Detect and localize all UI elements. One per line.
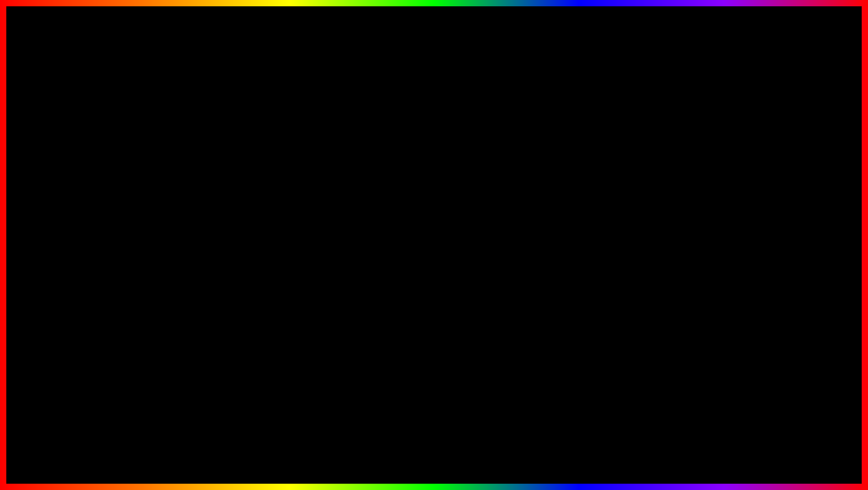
list-item[interactable]: Safe Place	[89, 245, 303, 260]
svg-point-0	[768, 369, 788, 388]
checkbox-auto-farm-right[interactable]	[558, 247, 565, 254]
checkbox-full-auto-farm[interactable]: ✓	[288, 203, 295, 210]
auto-farm-text: AUTO FARM	[147, 419, 440, 477]
list-item[interactable]: Include Boss Quest For Full Auto Farm ✓	[89, 184, 303, 199]
chevron-up-icon[interactable]: ∧	[561, 150, 565, 156]
hamburger-icon[interactable]: ☰	[94, 121, 100, 129]
item-label: Safe Place	[96, 249, 126, 256]
checkbox-auto-buso[interactable]	[288, 234, 295, 241]
window-right-controls: ⋮ 🔍	[545, 120, 567, 129]
search-icon-right[interactable]: 🔍	[559, 121, 567, 129]
window-left: ☰ Project New World ⋮ 🔍 ✕ Auto Farm Ques…	[88, 116, 304, 279]
chevron-up-icon[interactable]: ∧	[291, 158, 295, 164]
more-options-icon-right[interactable]: ⋮	[545, 120, 553, 129]
distance-row[interactable]: Distance 5	[358, 209, 573, 227]
divider	[89, 152, 303, 152]
svg-rect-5	[780, 414, 790, 423]
chevron-up-icon[interactable]: ∧	[561, 165, 565, 172]
list-item[interactable]: Mobs - ∧	[358, 146, 573, 161]
hamburger-icon-right[interactable]: ☰	[364, 121, 370, 129]
search-icon[interactable]: 🔍	[278, 121, 286, 129]
window-right: ☰ Project New World ⋮ 🔍 Farm Mobs - ∧ We…	[358, 116, 573, 262]
character-svg	[751, 365, 805, 423]
item-label: Weapon - Combat	[366, 165, 416, 172]
item-label: Include Boss Quest For Full Auto Farm	[96, 188, 204, 195]
list-item[interactable]: Auto Komis	[89, 214, 303, 230]
item-label: Full Auto Farm	[96, 203, 137, 210]
section-farm-label: Farm	[358, 136, 573, 146]
thumbnail-label-line1: PROJECT	[746, 432, 773, 437]
checkbox-invisible[interactable]	[288, 264, 295, 272]
main-title-container: PROJECT NEW WORLD	[0, 9, 868, 76]
checkbox-auto-komis[interactable]	[288, 218, 295, 226]
distance-label: Distance	[366, 213, 390, 220]
chevron-up-icon[interactable]: ∧	[561, 181, 565, 187]
list-item[interactable]: Quest - Bandit Boss:Lv.25 ∧	[89, 153, 303, 169]
list-item[interactable]: Auto Buso	[89, 230, 303, 245]
list-item[interactable]: Auto Quest	[89, 169, 303, 184]
window-right-body: Farm Mobs - ∧ Weapon - Combat ∧ Method -…	[358, 133, 573, 261]
list-item[interactable]: Full Auto Farm ✓	[89, 199, 303, 214]
list-item[interactable]: Auto Farm	[358, 243, 573, 258]
list-item[interactable]: Invisible	[89, 260, 303, 276]
item-label: Method - Behind	[366, 180, 412, 187]
distance-slider[interactable]	[366, 222, 565, 224]
svg-rect-2	[756, 391, 766, 414]
list-item[interactable]: Go To Mobs When Using Inf Range	[358, 227, 573, 243]
window-left-title: Project New World	[105, 121, 260, 129]
list-item[interactable]: Weapon - Combat ∧	[358, 161, 573, 176]
thumbnail-art	[734, 358, 822, 430]
svg-rect-3	[790, 391, 800, 414]
item-label: Quest - Bandit Boss:Lv.25	[96, 157, 169, 165]
script-pastebin-text: SCRIPT PASTEBIN	[448, 431, 721, 466]
list-item[interactable]: Method - Behind ∧	[358, 176, 573, 192]
thumbnail-label-line2: NEW WORLD	[774, 432, 810, 437]
checkbox-include-boss[interactable]: ✓	[288, 188, 295, 195]
window-right-title: Project New World	[375, 121, 541, 129]
checkbox-safe-place[interactable]	[288, 249, 295, 256]
window-right-titlebar: ☰ Project New World ⋮ 🔍	[358, 117, 573, 133]
window-left-titlebar: ☰ Project New World ⋮ 🔍 ✕	[89, 117, 303, 133]
window-left-body: Auto Farm Quest - Bandit Boss:Lv.25 ∧ Au…	[89, 133, 303, 278]
item-label: Auto Buso	[96, 234, 125, 241]
svg-rect-4	[766, 414, 776, 423]
checkbox-go-to-mobs[interactable]	[558, 232, 565, 239]
item-label: Auto Farm	[366, 247, 395, 254]
tween-speed-fill	[366, 204, 506, 206]
list-item[interactable]: Auto Farm	[89, 136, 303, 151]
thumbnail-label: PROJECT NEW WORLD	[734, 430, 822, 439]
game-thumbnail: PROJECT NEW WORLD	[733, 351, 823, 441]
item-label: Auto Quest	[96, 173, 127, 180]
item-label: Invisible	[96, 264, 119, 272]
item-label: Go To Mobs When Using Inf Range	[366, 232, 465, 239]
tween-speed-value: 70	[558, 195, 565, 202]
tween-speed-label: Tween Speed	[366, 195, 404, 202]
distance-value: 5	[562, 213, 565, 220]
item-label: Auto Komis	[96, 218, 128, 226]
close-icon[interactable]: ✕	[292, 121, 297, 129]
more-options-icon[interactable]: ⋮	[264, 120, 272, 129]
item-label: Auto Farm	[96, 140, 125, 147]
checkbox-auto-quest[interactable]	[288, 173, 295, 180]
distance-fill	[366, 222, 396, 224]
tween-speed-row[interactable]: Tween Speed 70	[358, 192, 573, 209]
item-label: Mobs -	[366, 150, 385, 157]
main-title: PROJECT NEW WORLD	[0, 9, 868, 76]
window-left-controls: ⋮ 🔍 ✕	[264, 120, 297, 129]
tween-speed-slider[interactable]	[366, 204, 565, 206]
checkbox-auto-farm[interactable]	[288, 140, 295, 147]
